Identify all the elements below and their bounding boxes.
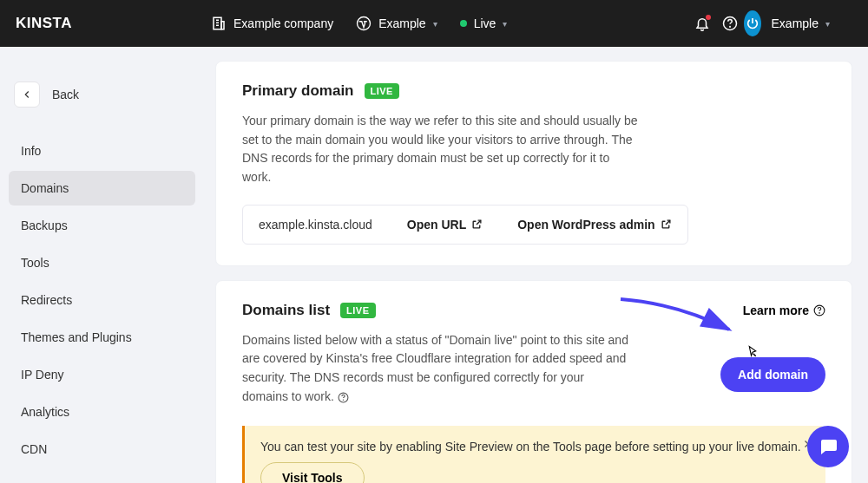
chevron-down-icon: ▾ (825, 19, 830, 29)
nav-label: Redirects (21, 293, 72, 307)
nav-analytics[interactable]: Analytics (9, 395, 195, 429)
live-badge: LIVE (365, 83, 399, 99)
add-domain-button[interactable]: Add domain (720, 357, 825, 392)
nav-redirects[interactable]: Redirects (9, 283, 195, 317)
company-label: Example company (233, 16, 333, 30)
chat-icon (818, 436, 838, 457)
env-selector[interactable]: Live ▾ (460, 16, 508, 30)
help-icon (813, 304, 825, 317)
svg-rect-4 (221, 22, 224, 29)
chevron-down-icon: ▾ (503, 19, 507, 29)
open-wp-admin-button[interactable]: Open WordPress admin (517, 218, 671, 232)
list-title: Domains list (242, 302, 330, 319)
site-preview-hint: You can test your site by enabling Site … (242, 426, 825, 484)
primary-domain-value: example.kinsta.cloud (259, 218, 372, 232)
nav-tools[interactable]: Tools (9, 245, 195, 280)
site-label: Example (378, 16, 425, 30)
open-wp-label: Open WordPress admin (517, 218, 654, 232)
nav-cdn[interactable]: CDN (9, 432, 195, 467)
nav-info[interactable]: Info (9, 134, 195, 168)
nav-label: Tools (21, 256, 49, 270)
notifications-button[interactable] (688, 10, 716, 37)
nav-label: CDN (21, 442, 47, 456)
nav-domains[interactable]: Domains (9, 171, 195, 206)
primary-domain-box: example.kinsta.cloud Open URL Open WordP… (242, 205, 688, 245)
open-url-label: Open URL (407, 218, 466, 232)
building-icon (211, 16, 227, 31)
power-icon (746, 16, 760, 30)
list-description: Domains listed below with a status of "D… (242, 331, 628, 407)
sidebar: Back Info Domains Backups Tools Redirect… (0, 47, 204, 483)
wordpress-icon (356, 16, 372, 31)
help-button[interactable] (716, 10, 744, 37)
learn-more-label: Learn more (743, 304, 809, 317)
chevron-down-icon: ▾ (433, 19, 437, 29)
nav-label: Backups (21, 219, 68, 232)
chat-widget[interactable] (807, 426, 849, 467)
env-label: Live (474, 16, 496, 30)
help-icon[interactable] (338, 392, 349, 403)
primary-domain-card: Primary domain LIVE Your primary domain … (215, 61, 852, 266)
nav-label: Info (21, 144, 41, 158)
learn-more-link[interactable]: Learn more (743, 304, 825, 317)
nav-label: Domains (21, 181, 69, 195)
nav-label: IP Deny (21, 368, 64, 382)
site-selector[interactable]: Example ▾ (356, 16, 437, 31)
open-url-button[interactable]: Open URL (407, 218, 483, 232)
user-label: Example (772, 16, 819, 30)
external-link-icon (471, 219, 483, 230)
primary-description: Your primary domain is the way we refer … (242, 112, 641, 187)
nav-label: Analytics (21, 405, 69, 419)
arrow-left-icon (21, 88, 33, 101)
visit-tools-button[interactable]: Visit Tools (260, 462, 365, 484)
hint-text: You can test your site by enabling Site … (260, 440, 801, 454)
logo: KINSTA (16, 15, 72, 32)
nav-label: Themes and Plugins (21, 330, 132, 344)
main-content: Primary domain LIVE Your primary domain … (215, 47, 852, 483)
external-link-icon (661, 219, 672, 230)
primary-title: Primary domain (242, 82, 354, 100)
nav-backups[interactable]: Backups (9, 208, 195, 243)
help-icon (722, 16, 738, 31)
topbar: KINSTA Example company Example ▾ Live ▾ … (0, 0, 868, 47)
nav-ip-deny[interactable]: IP Deny (9, 357, 195, 392)
user-menu[interactable]: Example ▾ (772, 16, 830, 30)
company-selector[interactable]: Example company (211, 16, 333, 31)
svg-point-11 (343, 400, 344, 401)
back-label: Back (52, 88, 79, 101)
power-button[interactable] (744, 10, 772, 37)
notification-badge (706, 15, 711, 20)
domains-list-card: Domains list LIVE Learn more Domains lis… (215, 280, 852, 483)
nav-themes-plugins[interactable]: Themes and Plugins (9, 320, 195, 355)
svg-point-7 (729, 26, 730, 27)
status-dot (460, 20, 467, 27)
svg-point-9 (819, 312, 820, 313)
live-badge: LIVE (340, 303, 375, 318)
back-button[interactable]: Back (14, 82, 195, 108)
